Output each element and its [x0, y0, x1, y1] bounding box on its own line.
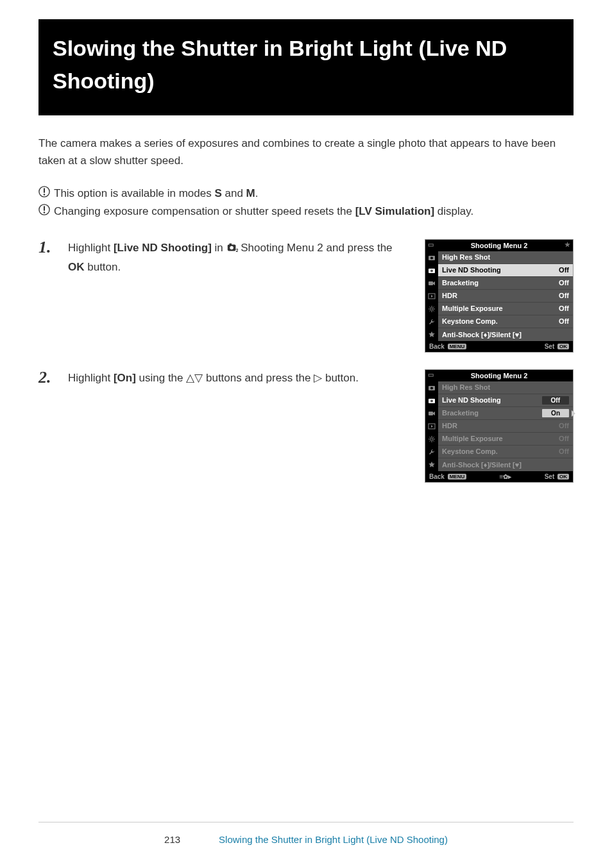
up-down-arrows-icon: △▽ — [186, 372, 203, 384]
svg-point-3 — [44, 212, 46, 213]
menu-row: BracketingOn — [438, 407, 573, 420]
wrench-icon — [425, 446, 438, 458]
svg-rect-12 — [429, 281, 433, 285]
menu-row: Live ND ShootingOff — [438, 394, 573, 407]
video-icon — [425, 407, 438, 420]
menu-row: High Res Shot — [438, 381, 573, 394]
caution-text: This option is available in modes — [54, 187, 214, 199]
svg-point-18 — [430, 399, 433, 402]
menu-footer: Back MENU Set OK — [425, 341, 573, 352]
caution-item: Changing exposure compensation or shutte… — [38, 203, 574, 220]
menu-screenshot-2: ▭ Shooting Menu 2 High Res Shot Live ND … — [425, 369, 574, 483]
menu-footer: Back MENU ≡✿▸ Set OK — [425, 471, 573, 482]
menu-header-chip-icon: ▭ — [428, 241, 434, 248]
menu-row-highlighted: Live ND ShootingOff — [438, 264, 573, 277]
menu-row: Anti-Shock [♦]/Silent [♥] — [438, 328, 573, 341]
menu-tag: MENU — [448, 474, 467, 480]
gear-icon — [425, 433, 438, 446]
caution-icon — [38, 203, 50, 221]
menu-row: HDROff — [438, 290, 573, 303]
svg-point-16 — [430, 387, 433, 389]
mode-m: M — [246, 187, 255, 199]
menu-header-chip-icon: ▭ — [428, 371, 434, 378]
steps-list: 1. Highlight [Live ND Shooting] in 2 Sho… — [38, 239, 574, 483]
svg-point-11 — [430, 269, 433, 272]
step-text: Highlight [Live ND Shooting] in 2 Shooti… — [68, 239, 414, 276]
ok-tag: OK — [557, 344, 569, 349]
step-1: 1. Highlight [Live ND Shooting] in 2 Sho… — [38, 239, 574, 353]
page-number: 213 — [164, 834, 180, 845]
step-number: 2. — [38, 369, 58, 386]
svg-point-14 — [430, 308, 433, 310]
menu-header: ▭ Shooting Menu 2 ★ — [425, 240, 573, 251]
menu-screenshot-1: ▭ Shooting Menu 2 ★ High Res Shot Live N… — [425, 239, 574, 353]
star-icon: ★ — [565, 241, 570, 248]
ok-tag: OK — [557, 474, 569, 480]
menu-row: Multiple ExposureOff — [438, 303, 573, 315]
menu-row: Multiple ExposureOff — [438, 433, 573, 446]
menu-row: Keystone Comp.Off — [438, 315, 573, 328]
wrench-icon — [425, 315, 438, 328]
svg-rect-6 — [229, 243, 232, 245]
footer-mid-icon: ≡✿▸ — [500, 473, 512, 480]
star-icon — [425, 458, 438, 471]
menu-title: Shooting Menu 2 — [471, 372, 528, 380]
svg-point-21 — [430, 438, 433, 440]
svg-point-5 — [230, 246, 233, 249]
page-title-block: Slowing the Shutter in Bright Light (Liv… — [38, 19, 574, 115]
menu-items: High Res Shot Live ND ShootingOff Bracke… — [438, 381, 573, 471]
footer-link[interactable]: Slowing the Shutter in Bright Light (Liv… — [219, 834, 448, 845]
camera1-icon — [425, 381, 438, 394]
menu-items: High Res Shot Live ND ShootingOff Bracke… — [438, 251, 573, 341]
caution-list: This option is available in modes S and … — [38, 185, 574, 219]
caution-text: Changing exposure compensation or shutte… — [54, 205, 355, 217]
right-arrow-icon: ▷ — [314, 372, 322, 384]
video-icon — [425, 277, 438, 290]
menu-row: Keystone Comp.Off — [438, 446, 573, 458]
lv-simulation-label: [LV Simulation] — [355, 205, 434, 217]
page-footer: 213 Slowing the Shutter in Bright Light … — [38, 822, 574, 845]
star-icon — [425, 328, 438, 341]
page-title: Slowing the Shutter in Bright Light (Liv… — [53, 32, 559, 97]
step-2: 2. Highlight [On] using the △▽ buttons a… — [38, 369, 574, 483]
value-box: Off — [542, 396, 569, 405]
menu-header: ▭ Shooting Menu 2 — [425, 370, 573, 381]
menu-row: HDROff — [438, 420, 573, 433]
gear-icon — [425, 303, 438, 315]
playback-icon — [425, 290, 438, 303]
menu-row: Anti-Shock [♦]/Silent [♥] — [438, 458, 573, 471]
menu-title: Shooting Menu 2 — [471, 242, 528, 249]
camera2-icon — [425, 394, 438, 407]
mode-s: S — [214, 187, 221, 199]
menu-row: High Res Shot — [438, 251, 573, 264]
camera1-icon — [425, 251, 438, 264]
shooting-menu-2-icon: 2 — [226, 241, 238, 258]
camera2-icon — [425, 264, 438, 277]
step-number: 1. — [38, 239, 58, 256]
menu-sidebar — [425, 381, 438, 471]
svg-rect-19 — [429, 412, 433, 415]
caution-icon — [38, 185, 50, 203]
svg-point-1 — [44, 194, 46, 196]
menu-tag: MENU — [448, 344, 467, 349]
playback-icon — [425, 420, 438, 433]
caution-item: This option is available in modes S and … — [38, 185, 574, 202]
value-box-selected: On — [542, 409, 569, 417]
svg-point-9 — [430, 256, 433, 259]
menu-row: BracketingOff — [438, 277, 573, 290]
menu-sidebar — [425, 251, 438, 341]
intro-paragraph: The camera makes a series of exposures a… — [38, 135, 574, 169]
step-text: Highlight [On] using the △▽ buttons and … — [68, 369, 414, 387]
